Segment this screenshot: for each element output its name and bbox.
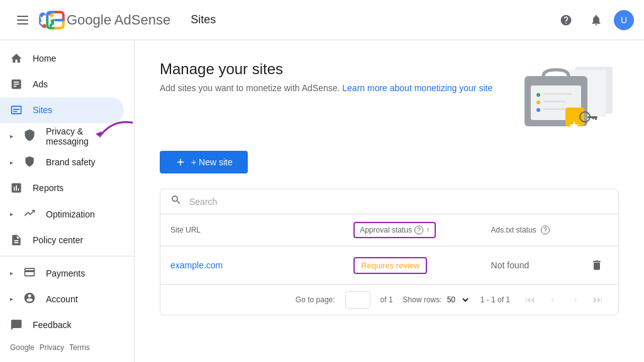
first-page-btn[interactable]: ⏮ (520, 290, 540, 310)
table-row: example.com Requires review Not found (160, 246, 618, 285)
sidebar-item-reports-label: Reports (33, 183, 64, 193)
payments-expand-icon: ▸ (10, 270, 13, 277)
sidebar-item-brand-safety[interactable]: ▸ Brand safety (0, 149, 134, 175)
ads-txt-status: Not found (491, 260, 530, 270)
sidebar-item-reports[interactable]: Reports (0, 175, 124, 201)
show-rows-label: Show rows: (403, 295, 442, 304)
col-header-site-url-label: Site URL (170, 226, 201, 234)
last-page-btn[interactable]: ⏭ (588, 290, 608, 310)
sidebar-item-privacy[interactable]: ▸ Privacy & messaging (0, 123, 134, 149)
menu-icon[interactable] (10, 8, 35, 33)
next-page-btn[interactable]: › (565, 290, 586, 310)
table-container: Site URL Approval status ? ↑ Ads.txt sta… (160, 189, 619, 315)
col-header-approval-label: Approval status (360, 226, 412, 234)
go-to-page-label: Go to page: (296, 295, 335, 304)
page-input[interactable] (345, 291, 370, 309)
avatar[interactable]: U (614, 10, 634, 30)
account-icon (23, 292, 36, 306)
brand-safety-icon (23, 155, 36, 170)
illustration (493, 60, 619, 136)
of-label: of 1 (380, 295, 393, 304)
sidebar-item-account-label: Account (46, 294, 78, 304)
account-expand-icon: ▸ (10, 295, 13, 302)
site-url-link[interactable]: example.com (170, 260, 223, 270)
payments-icon (23, 266, 36, 280)
privacy-link[interactable]: Privacy (40, 343, 64, 352)
sidebar-item-home[interactable]: Home (0, 45, 124, 71)
topbar: Google AdSense Sites U (0, 0, 644, 40)
new-site-button-label: + New site (191, 157, 233, 167)
sidebar-item-privacy-label: Privacy & messaging (46, 126, 124, 146)
home-icon (10, 52, 23, 65)
svg-point-9 (536, 93, 540, 97)
approval-info-icon[interactable]: ? (414, 226, 423, 234)
range-label: 1 - 1 of 1 (480, 295, 510, 304)
approval-status-badge: Requires review (353, 257, 427, 274)
ads-txt-info-icon[interactable]: ? (541, 226, 550, 234)
sites-icon (10, 104, 23, 116)
col-header-site-url: Site URL (160, 214, 343, 246)
sites-table: Site URL Approval status ? ↑ Ads.txt sta… (160, 214, 618, 284)
help-icon[interactable] (553, 8, 579, 33)
sidebar-item-optimization[interactable]: ▸ Optimization (0, 201, 134, 227)
prev-page-btn[interactable]: ‹ (543, 290, 563, 310)
subtitle-text: Add sites you want to monetize with AdSe… (160, 83, 340, 93)
optimization-icon (23, 207, 36, 221)
terms-link[interactable]: Terms (69, 343, 90, 352)
sidebar-item-payments[interactable]: ▸ Payments (0, 260, 134, 286)
approval-sort-icon[interactable]: ↑ (426, 226, 430, 234)
topbar-icons: U (553, 8, 634, 33)
page-title: Sites (191, 13, 216, 26)
sidebar-item-home-label: Home (33, 53, 56, 63)
brand-safety-expand-icon: ▸ (10, 159, 13, 166)
col-header-ads-txt: Ads.txt status ? (481, 214, 618, 246)
col-header-approval: Approval status ? ↑ (343, 214, 480, 246)
content-title: Manage your sites (160, 60, 492, 78)
svg-rect-20 (592, 116, 594, 119)
sidebar-item-feedback[interactable]: Feedback (0, 312, 124, 338)
pagination: Go to page: of 1 Show rows: 50 25 100 1 … (160, 284, 618, 315)
svg-rect-0 (17, 16, 28, 17)
sidebar-item-brand-safety-label: Brand safety (46, 157, 96, 167)
sidebar: Home Ads Sites ▸ (0, 40, 135, 362)
ads-icon (10, 78, 23, 90)
sidebar-item-feedback-label: Feedback (33, 320, 71, 330)
notifications-icon[interactable] (584, 8, 609, 33)
new-site-button[interactable]: + New site (160, 151, 248, 173)
sidebar-item-sites-label: Sites (33, 105, 52, 115)
svg-point-13 (536, 108, 540, 112)
search-bar-icon (170, 194, 182, 209)
main-layout: Home Ads Sites ▸ (0, 40, 644, 362)
policy-icon (10, 234, 23, 246)
svg-rect-2 (17, 23, 28, 25)
content-subtitle: Add sites you want to monetize with AdSe… (160, 83, 492, 93)
sidebar-footer-brand: Google (10, 343, 35, 352)
sidebar-item-payments-label: Payments (46, 268, 85, 278)
feedback-icon (10, 319, 23, 331)
site-url-cell: example.com (160, 246, 343, 285)
content-header-text: Manage your sites Add sites you want to … (160, 60, 492, 93)
ads-txt-cell: Not found (481, 246, 618, 284)
delete-icon[interactable] (586, 254, 608, 277)
app-name: Google AdSense (67, 12, 170, 28)
sidebar-item-optimization-label: Optimization (46, 209, 95, 219)
rows-per-page-select[interactable]: 50 25 100 (445, 295, 470, 305)
content-header: Manage your sites Add sites you want to … (160, 60, 619, 136)
reports-icon (10, 182, 23, 194)
rows-select: Show rows: 50 25 100 (403, 295, 470, 305)
approval-header-highlight: Approval status ? ↑ (353, 222, 436, 238)
sidebar-item-ads[interactable]: Ads (0, 71, 124, 97)
sidebar-item-account[interactable]: ▸ Account (0, 286, 134, 312)
approval-status-cell: Requires review (343, 246, 480, 285)
sidebar-item-sites[interactable]: Sites (0, 97, 124, 123)
sidebar-item-policy-center-label: Policy center (33, 235, 83, 245)
col-header-ads-txt-label: Ads.txt status (491, 226, 536, 234)
sidebar-footer: Google Privacy Terms (0, 338, 134, 357)
search-input[interactable] (189, 197, 608, 207)
logo (38, 10, 65, 30)
privacy-expand-icon: ▸ (10, 133, 13, 140)
learn-more-link[interactable]: Learn more about monetizing your site (342, 83, 492, 93)
sidebar-item-policy-center[interactable]: Policy center (0, 228, 124, 253)
search-bar (160, 189, 618, 214)
svg-rect-12 (543, 101, 565, 102)
